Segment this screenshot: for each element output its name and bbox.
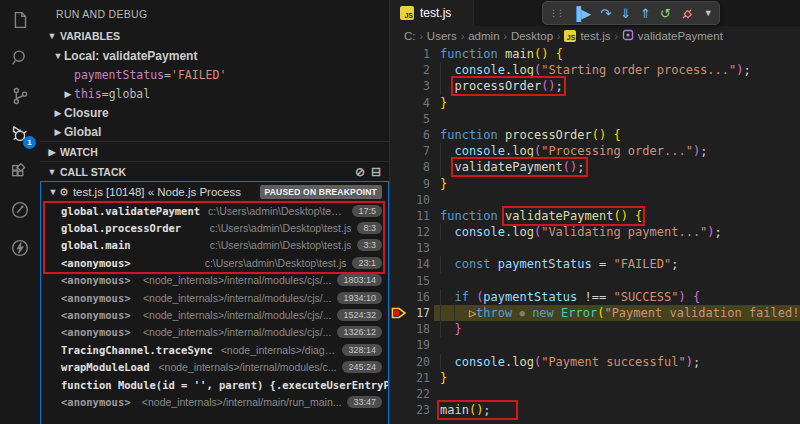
stack-frame-row[interactable]: TracingChannel.traceSync<node_internals>… [41, 341, 388, 358]
breadcrumb-item[interactable]: Desktop [511, 30, 553, 42]
code-token [498, 209, 505, 223]
breadcrumb-item[interactable]: validatePayment [622, 29, 723, 43]
line-content: } [430, 321, 462, 337]
code-line: 18 } [390, 321, 800, 337]
debug-session-row[interactable]: ▼ ⚙ test.js [10148] « Node.js Process PA… [41, 182, 388, 202]
code-line: 10 [390, 192, 800, 208]
stack-frame-row[interactable]: global.validatePaymentc:\Users\admin\Des… [41, 202, 388, 219]
continue-button[interactable]: ▐▶ [572, 7, 591, 20]
debug-session-icon: ⚙ [59, 186, 69, 199]
breadcrumb-item[interactable]: Users [427, 30, 457, 42]
source-control-icon[interactable] [8, 84, 32, 108]
chevron-down-icon[interactable]: ▼ [704, 9, 713, 18]
code-token: () [613, 209, 627, 223]
code-token: console [454, 63, 505, 77]
breadcrumb-item[interactable]: admin [468, 30, 499, 42]
breadcrumb-item[interactable]: JStest.js [564, 30, 610, 42]
disable-circle-icon[interactable]: ⊘ [355, 165, 365, 179]
code-token: main [505, 47, 534, 61]
restart-button[interactable]: ↺ [660, 7, 671, 20]
drag-handle-icon[interactable]: ⋮⋮ [549, 8, 563, 18]
code-token: ; [671, 257, 678, 271]
code-token [577, 290, 584, 304]
line-number: 2 [408, 62, 430, 78]
stack-frame-row[interactable]: <anonymous><node_internals>/internal/mod… [41, 306, 388, 323]
session-label: test.js [10148] « Node.js Process [73, 186, 241, 198]
collapse-all-icon[interactable]: ⊟ [371, 165, 381, 179]
code-line: 5 [390, 111, 800, 127]
step-into-button[interactable]: ⇓ [620, 7, 631, 20]
stack-frame-row[interactable]: global.mainc:\Users\admin\Desktop\test.j… [41, 237, 388, 254]
variable-row[interactable]: ▶Global [40, 122, 389, 141]
line-content: function validatePayment() { [430, 208, 642, 224]
line-number: 8 [408, 159, 430, 175]
stack-frame-row[interactable]: <anonymous><node_internals>/internal/mod… [41, 324, 388, 341]
watch-section-header[interactable]: ▶ WATCH [40, 141, 389, 161]
code-line: 8 validatePayment(); [390, 159, 800, 175]
line-content: console.log("Processing order..."); [430, 143, 707, 159]
breadcrumb-text: Users [427, 30, 457, 42]
remote-tool-icon[interactable] [8, 198, 32, 222]
explorer-icon[interactable] [8, 8, 32, 32]
line-content: if (paymentStatus !== "SUCCESS") { [430, 289, 700, 305]
step-over-button[interactable]: ↷ [600, 7, 611, 20]
frame-path: c:\Users\admin\Desktop\test.js [200, 205, 346, 217]
annotation-box: validatePayment() { [505, 209, 642, 223]
call-stack-section-header[interactable]: ▼ CALL STACK ⊘ ⊟ [40, 161, 389, 181]
thunder-client-icon[interactable] [8, 236, 32, 260]
line-number: 17 [408, 305, 430, 321]
search-icon[interactable] [8, 46, 32, 70]
stack-frame-row[interactable]: function Module(id = '', parent) {.execu… [41, 376, 388, 393]
tab-testjs[interactable]: JS test.js [390, 0, 474, 26]
frame-position-badge: 3:3 [357, 239, 382, 251]
code-line: 15 [390, 273, 800, 289]
breadcrumb-separator: › [503, 31, 508, 42]
breadcrumb-item[interactable]: C: [404, 30, 416, 42]
variable-row[interactable]: ▶this = global [40, 84, 389, 103]
glyph-margin [390, 354, 408, 370]
line-number: 3 [408, 78, 430, 94]
code-token [440, 143, 454, 159]
frame-name: global.validatePayment [61, 205, 200, 217]
frame-path: <node_internals>/internal/main/run_main.… [134, 396, 342, 408]
line-number: 5 [408, 111, 430, 127]
chevron-down-icon: ▼ [46, 31, 58, 41]
frame-name: global.main [61, 239, 131, 251]
disconnect-button[interactable] [680, 6, 695, 21]
frame-path: <node_internals>/internal/modules/c... [150, 361, 336, 373]
chevron-right-icon: ▶ [62, 89, 74, 99]
stack-frame-row[interactable]: <anonymous>c:\Users\admin\Desktop\test.j… [41, 254, 388, 271]
code-token: throw [476, 306, 512, 320]
code-editor[interactable]: 1function main() {2 console.log("Startin… [390, 46, 800, 424]
line-content [430, 386, 440, 402]
code-token: "Starting order process..." [541, 63, 736, 77]
code-token: ; [743, 63, 750, 77]
stack-frame-row[interactable]: <anonymous><node_internals>/internal/mod… [41, 289, 388, 306]
variable-row[interactable]: ▶Closure [40, 103, 389, 122]
stack-frame-row[interactable]: wrapModuleLoad<node_internals>/internal/… [41, 359, 388, 376]
line-content: console.log("Payment successful"); [430, 354, 700, 370]
code-token [440, 224, 454, 240]
run-and-debug-icon[interactable]: 1 [8, 122, 32, 146]
glyph-margin [390, 386, 408, 402]
frame-name: wrapModuleLoad [61, 361, 150, 373]
stack-frame-row[interactable]: <anonymous><node_internals>/internal/mai… [41, 393, 388, 410]
line-number: 10 [408, 192, 430, 208]
line-content [430, 192, 440, 208]
stack-frame-row[interactable]: global.processOrderc:\Users\admin\Deskto… [41, 219, 388, 236]
frame-name: <anonymous> [61, 257, 131, 269]
variables-section-header[interactable]: ▼ VARIABLES [40, 26, 389, 46]
variable-row[interactable]: paymentStatus = 'FAILED' [40, 65, 389, 84]
code-token: ; [577, 160, 584, 174]
code-line: 13 [390, 240, 800, 256]
activity-bar: 1 [0, 0, 40, 424]
stack-frame-row[interactable]: <anonymous><node_internals>/internal/mod… [41, 272, 388, 289]
line-content [430, 337, 440, 353]
line-number: 1 [408, 46, 430, 62]
paused-breakpoint-icon[interactable] [390, 305, 408, 321]
extensions-icon[interactable] [8, 160, 32, 184]
step-out-button[interactable]: ⇑ [640, 7, 651, 20]
code-token: function [440, 47, 498, 61]
code-token: "Payment successful" [541, 355, 686, 369]
variable-row[interactable]: ▼Local: validatePayment [40, 46, 389, 65]
